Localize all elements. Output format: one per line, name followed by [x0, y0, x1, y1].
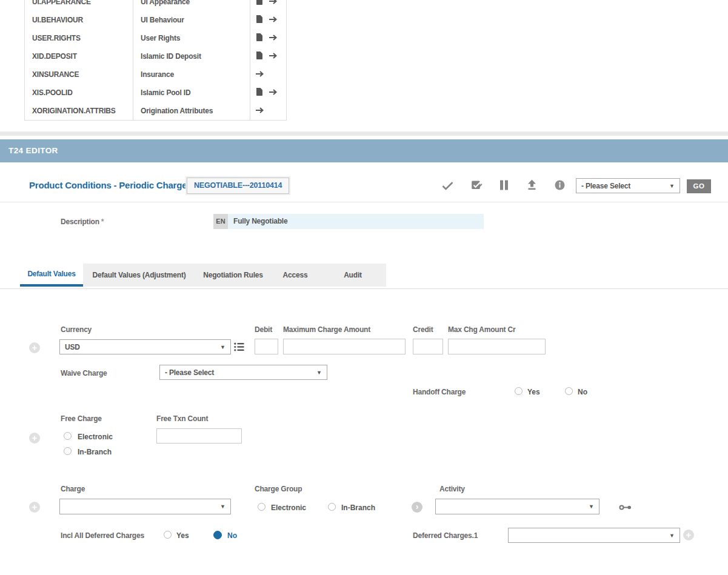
document-icon[interactable]: [255, 87, 262, 99]
table-row[interactable]: UI.BEHAVIOUR UI Behaviour: [25, 11, 286, 29]
incl-deferred-yes-label[interactable]: Yes: [176, 531, 189, 540]
arrow-right-icon[interactable]: [269, 51, 278, 62]
expand-chevron-icon[interactable]: ›: [412, 502, 422, 513]
required-asterisk: *: [101, 218, 104, 226]
record-code[interactable]: UI.APPEARANCE: [25, 0, 133, 11]
document-icon[interactable]: [255, 51, 262, 62]
free-txn-count-input[interactable]: [156, 428, 242, 444]
debit-input[interactable]: [255, 339, 278, 354]
charge-group-electronic-label[interactable]: Electronic: [271, 504, 306, 512]
table-row[interactable]: USER.RIGHTS User Rights: [25, 29, 286, 47]
document-icon[interactable]: [255, 0, 262, 8]
enquiry-results-table: UI.APPEARANCE UI Appearance UI.BEHAVIOUR…: [24, 0, 287, 121]
lookup-list-icon[interactable]: [234, 342, 244, 354]
incl-all-deferred-charges-label: Incl All Deferred Charges: [61, 531, 144, 540]
tab-audit[interactable]: Audit: [319, 264, 386, 287]
waive-charge-label: Waive Charge: [61, 369, 107, 377]
arrow-right-icon[interactable]: [255, 105, 264, 116]
table-row[interactable]: XINSURANCE Insurance: [25, 65, 286, 84]
currency-value: USD: [65, 343, 80, 351]
deferred-charges-1-select[interactable]: ▼: [508, 528, 680, 543]
record-code[interactable]: XINSURANCE: [25, 65, 133, 84]
handoff-yes-label[interactable]: Yes: [527, 388, 540, 396]
maximum-charge-amount-input[interactable]: [283, 339, 406, 354]
language-prefix: EN: [213, 214, 228, 229]
document-icon[interactable]: [255, 33, 262, 44]
add-deferred-charge-icon[interactable]: +: [683, 530, 694, 540]
arrow-right-icon[interactable]: [269, 15, 278, 25]
incl-deferred-no-radio[interactable]: [213, 531, 222, 539]
tab-default-values-adjustment[interactable]: Default Values (Adjustment): [83, 264, 195, 287]
credit-input[interactable]: [413, 339, 443, 354]
record-label: UI Behaviour: [133, 11, 250, 29]
table-row[interactable]: XIS.POOLID Islamic Pool ID: [25, 84, 286, 102]
maximum-charge-amount-label: Maximum Charge Amount: [283, 325, 370, 334]
record-code[interactable]: XORIGINATION.ATTRIBS: [25, 102, 133, 120]
add-row-icon[interactable]: +: [29, 342, 40, 353]
handoff-no-label[interactable]: No: [578, 388, 587, 396]
hold-pause-icon[interactable]: [499, 180, 509, 193]
table-row[interactable]: UI.APPEARANCE UI Appearance: [25, 0, 286, 11]
waive-charge-select[interactable]: - Please Select ▼: [159, 365, 327, 380]
charge-group-electronic-radio[interactable]: [258, 503, 265, 511]
activity-select[interactable]: ▼: [435, 499, 599, 514]
section-divider: [0, 131, 728, 136]
arrow-right-icon[interactable]: [269, 0, 278, 7]
tab-negotiation-rules[interactable]: Negotiation Rules: [195, 264, 271, 287]
add-row-icon[interactable]: +: [29, 433, 40, 444]
waive-charge-value: - Please Select: [165, 368, 214, 377]
debit-label: Debit: [255, 325, 272, 334]
arrow-right-icon[interactable]: [255, 69, 264, 80]
info-icon[interactable]: [555, 180, 565, 193]
activity-label: Activity: [439, 485, 465, 493]
record-label: Insurance: [133, 65, 250, 84]
free-charge-label: Free Charge: [61, 414, 102, 423]
document-icon[interactable]: [255, 15, 262, 26]
handoff-yes-radio[interactable]: [515, 387, 523, 395]
charge-group-in-branch-radio[interactable]: [328, 503, 336, 511]
incl-deferred-no-label[interactable]: No: [227, 531, 237, 540]
description-label: Description*: [61, 218, 104, 226]
max-chg-amount-cr-input[interactable]: [448, 339, 546, 354]
record-code[interactable]: XID.DEPOSIT: [25, 47, 133, 65]
table-row[interactable]: XORIGINATION.ATTRIBS Origination Attribu…: [25, 102, 286, 120]
record-label: Islamic Pool ID: [133, 84, 250, 102]
free-charge-in-branch-radio[interactable]: [64, 447, 72, 455]
table-row[interactable]: XID.DEPOSIT Islamic ID Deposit: [25, 47, 286, 65]
record-label: UI Appearance: [133, 0, 250, 11]
arrow-right-icon[interactable]: [269, 87, 278, 98]
arrow-right-icon[interactable]: [269, 33, 278, 44]
add-row-icon[interactable]: +: [29, 502, 40, 513]
free-charge-electronic-radio[interactable]: [64, 432, 72, 440]
free-charge-in-branch-label[interactable]: In-Branch: [78, 448, 112, 456]
tab-access[interactable]: Access: [271, 264, 319, 287]
deferred-charges-1-label: Deferred Charges.1: [413, 531, 478, 540]
chevron-down-icon: ▼: [220, 504, 225, 510]
max-chg-amount-cr-label: Max Chg Amount Cr: [448, 325, 516, 334]
record-code[interactable]: USER.RIGHTS: [25, 29, 133, 47]
description-field[interactable]: Fully Negotiable: [228, 214, 484, 229]
currency-select[interactable]: USD ▼: [59, 339, 231, 354]
chevron-down-icon: ▼: [220, 344, 225, 350]
validate-icon[interactable]: [442, 181, 453, 193]
chevron-down-icon: ▼: [669, 183, 675, 189]
header-divider: [0, 202, 728, 202]
commit-review-icon[interactable]: [471, 180, 483, 193]
upload-icon[interactable]: [527, 179, 537, 193]
go-button[interactable]: GO: [687, 179, 711, 193]
link-key-icon[interactable]: [619, 503, 632, 514]
record-label: Origination Attributes: [133, 102, 250, 120]
tab-default-values[interactable]: Default Values: [20, 264, 83, 287]
currency-label: Currency: [61, 325, 92, 334]
incl-deferred-yes-radio[interactable]: [164, 531, 172, 539]
action-select[interactable]: - Please Select ▼: [576, 178, 680, 193]
record-code[interactable]: XIS.POOLID: [25, 84, 133, 102]
credit-label: Credit: [413, 325, 433, 334]
chevron-down-icon: ▼: [669, 533, 675, 539]
handoff-no-radio[interactable]: [565, 387, 573, 395]
free-charge-electronic-label[interactable]: Electronic: [78, 433, 113, 441]
charge-select[interactable]: ▼: [59, 499, 231, 514]
charge-group-in-branch-label[interactable]: In-Branch: [341, 504, 375, 512]
record-code[interactable]: UI.BEHAVIOUR: [25, 11, 133, 29]
record-label: Islamic ID Deposit: [133, 47, 250, 65]
